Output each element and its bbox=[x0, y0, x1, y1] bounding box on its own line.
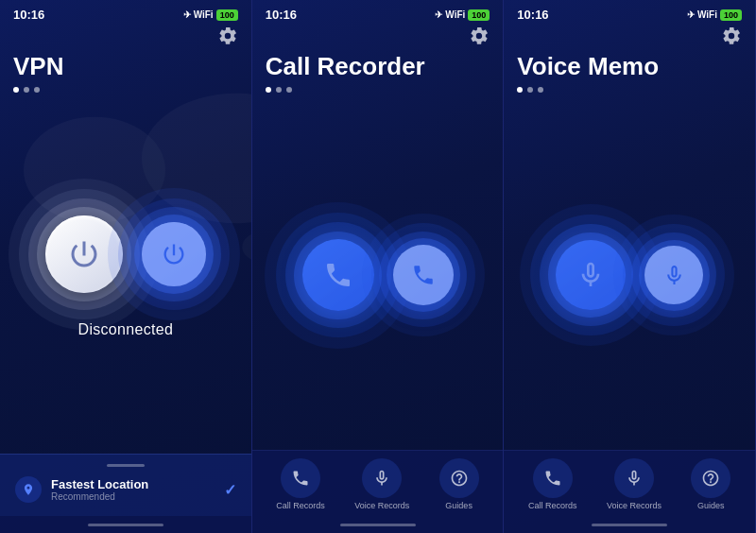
time-cr: 10:16 bbox=[266, 8, 297, 22]
home-bar-vpn bbox=[88, 524, 163, 526]
location-pin-icon bbox=[15, 476, 42, 503]
home-indicator-cr bbox=[252, 516, 504, 533]
location-info: Fastest Location Recommended bbox=[51, 477, 215, 502]
vpn-bottom-panel[interactable]: Fastest Location Recommended ✓ bbox=[0, 454, 251, 516]
vm-nav-voice-records[interactable]: Voice Records bbox=[607, 458, 662, 510]
vm-voice-svg bbox=[625, 469, 644, 488]
power-icon bbox=[67, 237, 101, 271]
vm-guides-svg bbox=[701, 469, 720, 488]
vm-dots bbox=[504, 83, 755, 100]
vpn-screen: 10:16 ✈ WiFi 100 VPN bbox=[0, 0, 252, 533]
vpn-blue-container bbox=[142, 222, 206, 286]
status-bar-vpn: 10:16 ✈ WiFi 100 bbox=[0, 0, 251, 26]
airplane-icon: ✈ bbox=[183, 9, 191, 20]
cr-dot-2 bbox=[276, 87, 282, 93]
wifi-icon-vm: WiFi bbox=[697, 9, 717, 20]
vm-dot-1 bbox=[517, 87, 523, 93]
vm-dot-2 bbox=[527, 87, 533, 93]
vm-voice-records-label: Voice Records bbox=[607, 501, 662, 510]
vm-buttons bbox=[556, 240, 703, 310]
vm-main-content bbox=[504, 100, 755, 450]
vpn-main-content: Disconnected bbox=[0, 100, 251, 454]
vm-call-svg bbox=[543, 469, 562, 488]
location-name: Fastest Location bbox=[51, 477, 215, 491]
cr-nav-guides[interactable]: Guides bbox=[439, 458, 479, 510]
voice-records-svg bbox=[372, 469, 391, 488]
vm-call-records-label: Call Records bbox=[528, 501, 577, 510]
cr-call-records-icon bbox=[281, 458, 320, 498]
cr-voice-records-label: Voice Records bbox=[354, 501, 409, 510]
vm-small-container bbox=[644, 246, 703, 304]
call-records-svg bbox=[291, 469, 310, 488]
battery-icon-cr: 100 bbox=[468, 9, 490, 21]
voice-memo-screen: 10:16 ✈ WiFi 100 Voice Memo bbox=[504, 0, 756, 533]
settings-row-cr bbox=[252, 26, 504, 50]
cr-small-container bbox=[393, 245, 454, 305]
cr-nav-voice-records[interactable]: Voice Records bbox=[354, 458, 409, 510]
vm-dot-3 bbox=[538, 87, 543, 93]
settings-row-vm bbox=[504, 26, 755, 50]
vm-voice-records-icon bbox=[614, 458, 654, 498]
settings-icon-vpn[interactable] bbox=[217, 26, 238, 46]
status-bar-vm: 10:16 ✈ WiFi 100 bbox=[504, 0, 755, 26]
battery-icon: 100 bbox=[216, 9, 238, 21]
vm-nav-guides[interactable]: Guides bbox=[691, 458, 730, 510]
time-vpn: 10:16 bbox=[13, 8, 44, 22]
time-vm: 10:16 bbox=[517, 8, 548, 22]
location-sub: Recommended bbox=[51, 491, 215, 502]
blue-ring-1 bbox=[134, 215, 214, 294]
settings-icon-vm[interactable] bbox=[721, 26, 742, 46]
cr-bottom-nav: Call Records Voice Records Guides bbox=[252, 450, 504, 516]
cr-main-content bbox=[252, 100, 504, 450]
cr-dot-3 bbox=[286, 87, 292, 93]
battery-icon-vm: 100 bbox=[720, 9, 742, 21]
pin-icon bbox=[22, 483, 35, 496]
cr-dots bbox=[252, 83, 504, 100]
status-icons-vm: ✈ WiFi 100 bbox=[687, 9, 742, 21]
cr-voice-records-icon bbox=[362, 458, 402, 498]
cr-guides-icon bbox=[439, 458, 479, 498]
home-bar-vm bbox=[592, 524, 667, 526]
airplane-icon-cr: ✈ bbox=[435, 9, 442, 20]
vm-title: Voice Memo bbox=[504, 50, 755, 83]
status-icons-vpn: ✈ WiFi 100 bbox=[183, 9, 238, 21]
vm-bottom-nav: Call Records Voice Records Guides bbox=[504, 450, 755, 516]
cr-dot-1 bbox=[266, 87, 271, 93]
cr-buttons bbox=[302, 239, 454, 311]
cr-guides-label: Guides bbox=[445, 501, 472, 510]
vpn-buttons bbox=[45, 215, 206, 293]
wifi-icon: WiFi bbox=[194, 9, 214, 20]
status-bar-cr: 10:16 ✈ WiFi 100 bbox=[252, 0, 504, 26]
location-row[interactable]: Fastest Location Recommended ✓ bbox=[15, 476, 236, 503]
vm-call-records-icon bbox=[533, 458, 573, 498]
bottom-handle bbox=[107, 464, 145, 467]
cr-call-records-label: Call Records bbox=[276, 501, 325, 510]
cr-nav-call-records[interactable]: Call Records bbox=[276, 458, 325, 510]
home-bar-cr bbox=[340, 524, 416, 526]
vm-guides-label: Guides bbox=[697, 501, 725, 510]
status-icons-cr: ✈ WiFi 100 bbox=[435, 9, 490, 21]
settings-icon-cr[interactable] bbox=[469, 26, 490, 46]
settings-row-vpn bbox=[0, 26, 251, 50]
check-icon: ✓ bbox=[224, 481, 236, 499]
vm-guides-icon bbox=[691, 458, 730, 498]
home-indicator-vm bbox=[504, 516, 755, 533]
airplane-icon-vm: ✈ bbox=[687, 9, 695, 20]
cr-title: Call Recorder bbox=[252, 50, 504, 83]
cr-sm-ring-1 bbox=[387, 238, 460, 312]
vm-nav-call-records[interactable]: Call Records bbox=[528, 458, 577, 510]
guides-svg bbox=[450, 469, 469, 488]
home-indicator-vpn bbox=[0, 516, 251, 533]
vm-sm-ring-1 bbox=[639, 240, 710, 311]
wifi-icon-cr: WiFi bbox=[445, 9, 465, 20]
call-recorder-screen: 10:16 ✈ WiFi 100 Call Recorder bbox=[252, 0, 505, 533]
